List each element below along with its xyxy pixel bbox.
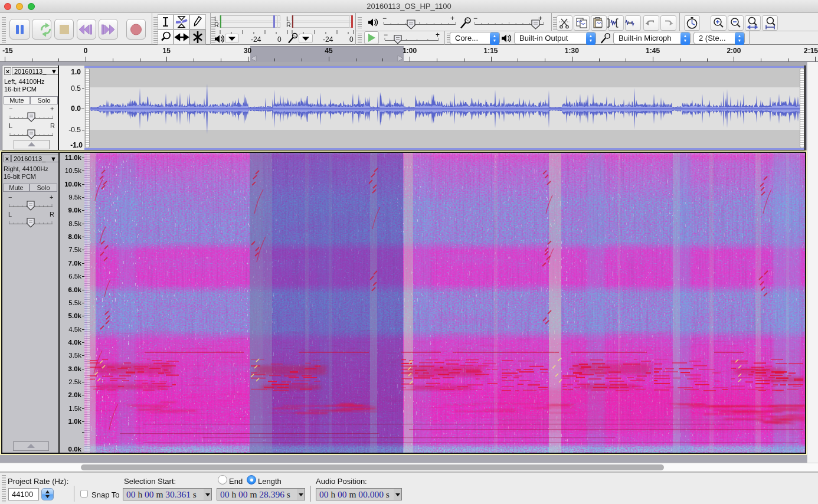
svg-text:L: L (9, 123, 12, 129)
svg-text:+: + (50, 106, 54, 112)
svg-text:R: R (50, 123, 55, 129)
svg-text:−: − (8, 194, 12, 201)
svg-text:+: + (436, 31, 440, 39)
svg-text:+: + (50, 194, 53, 201)
svg-text:−: − (9, 106, 12, 112)
svg-text:+: + (450, 14, 454, 22)
svg-text:−: − (473, 14, 477, 22)
svg-text:L: L (8, 211, 12, 218)
svg-text:R: R (50, 211, 54, 218)
svg-text:−: − (384, 31, 388, 39)
svg-text:−: − (382, 14, 387, 22)
